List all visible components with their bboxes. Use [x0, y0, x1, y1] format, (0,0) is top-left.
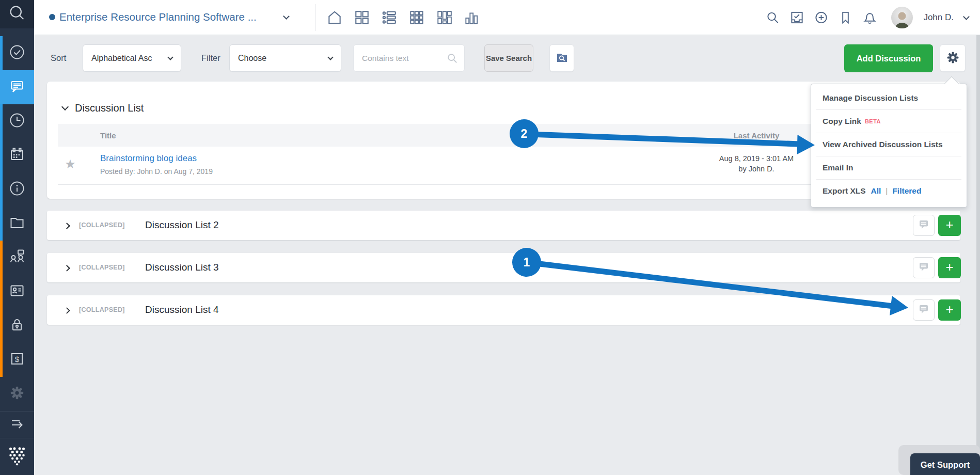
sidebar-item-time[interactable] [0, 104, 34, 138]
sidebar-item-billing[interactable]: $ [0, 343, 34, 377]
team-chat-icon [9, 248, 25, 267]
get-support-button[interactable]: Get Support [910, 453, 980, 475]
kanban-view-button[interactable] [436, 9, 452, 26]
discussion-link[interactable]: Brainstorming blog ideas [100, 153, 197, 164]
save-search-button[interactable]: Save Search [484, 44, 533, 72]
app-logo[interactable] [0, 438, 34, 475]
workspace-status-dot [49, 14, 55, 20]
sidebar: $ [0, 0, 34, 475]
sort-select[interactable]: Alphabetical Asc [83, 44, 181, 72]
collapsed-list-name[interactable]: Discussion List 3 [145, 262, 219, 273]
collapse-arrow-icon [9, 415, 25, 434]
menu-item-email-in[interactable]: Email In [811, 156, 967, 179]
top-header: Enterprise Resource Planning Software ..… [34, 0, 980, 35]
title-column-header: Title [58, 131, 116, 140]
collapsed-list-name[interactable]: Discussion List 2 [145, 219, 219, 231]
comment-icon [918, 303, 930, 317]
export-filtered-link[interactable]: Filtered [892, 186, 921, 196]
gear-menu-button[interactable] [940, 44, 966, 72]
gear-icon [946, 51, 960, 66]
chevron-right-icon[interactable] [64, 223, 70, 229]
dollar-square-icon: $ [9, 351, 25, 369]
view-discussions-button[interactable] [913, 215, 935, 236]
bookmark-button[interactable] [839, 11, 852, 25]
calendar-icon [9, 146, 25, 165]
chevron-right-icon[interactable] [64, 265, 70, 272]
home-view-button[interactable] [326, 9, 343, 26]
folder-search-icon [555, 51, 568, 66]
annotation-step-1-badge: 1 [512, 248, 541, 277]
header-divider [315, 4, 315, 31]
check-circle-icon [9, 44, 25, 62]
menu-item-view-archived-discussion-lists[interactable]: View Archived Discussion Lists [811, 133, 967, 156]
menu-item-export-xls: Export XLS All | Filtered [811, 180, 967, 202]
scrollbar[interactable] [976, 35, 980, 475]
view-discussions-button[interactable] [913, 257, 935, 278]
discussion-bubble-icon [9, 78, 25, 97]
chevron-right-icon[interactable] [64, 307, 70, 314]
header-actions: John D. [766, 0, 969, 35]
sidebar-item-settings[interactable] [0, 377, 34, 411]
sort-select-value: Alphabetical Asc [91, 54, 152, 63]
add-discussion-button[interactable]: Add Discussion [844, 44, 933, 72]
chevron-down-icon [327, 54, 333, 60]
contains-text-input[interactable] [353, 44, 465, 72]
sidebar-item-files[interactable] [0, 207, 34, 241]
star-icon[interactable]: ★ [62, 156, 78, 172]
user-avatar[interactable] [891, 7, 913, 28]
global-search-button[interactable] [766, 11, 780, 25]
separator: | [886, 186, 888, 196]
sidebar-item-discussions[interactable] [0, 70, 34, 104]
folder-icon [9, 214, 25, 233]
workspace-chevron-down-icon[interactable] [283, 13, 290, 20]
menu-item-label: Export XLS [823, 186, 866, 196]
view-discussions-button[interactable] [913, 299, 935, 321]
app-window: $ Enterprise Resource Planning Software … [0, 0, 980, 475]
add-discussion-to-list-button[interactable]: + [938, 257, 961, 278]
sidebar-item-info[interactable] [0, 172, 34, 207]
comment-icon [918, 261, 930, 275]
collapsed-tag: [COLLAPSED] [79, 306, 125, 313]
task-inbox-button[interactable] [790, 11, 804, 25]
filter-select-value: Choose [238, 54, 266, 63]
grid-view-button[interactable] [354, 9, 370, 26]
svg-text:$: $ [15, 355, 20, 363]
sidebar-item-contacts[interactable] [0, 275, 34, 309]
posted-by-text: Posted By: John D. on Aug 7, 2019 [100, 167, 213, 176]
sort-label: Sort [51, 53, 66, 63]
quick-add-button[interactable] [814, 11, 828, 25]
export-all-link[interactable]: All [871, 186, 881, 196]
menu-item-label: Copy Link [823, 117, 861, 126]
sidebar-search-button[interactable] [0, 0, 34, 28]
beta-badge: BETA [865, 118, 881, 124]
notifications-bell-button[interactable] [863, 11, 877, 25]
sidebar-item-security[interactable] [0, 309, 34, 343]
sidebar-item-calendar[interactable] [0, 138, 34, 172]
collapsed-list-name[interactable]: Discussion List 4 [145, 304, 219, 315]
gear-icon [9, 385, 25, 403]
filter-select[interactable]: Choose [229, 44, 341, 72]
section-title: Discussion List [75, 102, 144, 114]
menu-item-manage-discussion-lists[interactable]: Manage Discussion Lists [811, 87, 967, 109]
section-collapse-toggle[interactable]: Discussion List [62, 102, 144, 114]
chevron-down-icon [61, 103, 69, 110]
chart-view-button[interactable] [463, 9, 480, 26]
menu-item-copy-link[interactable]: Copy Link BETA [811, 110, 967, 133]
search-icon [8, 4, 26, 25]
info-circle-icon [9, 180, 25, 199]
add-discussion-to-list-button[interactable]: + [938, 299, 961, 321]
saved-searches-button[interactable] [549, 44, 574, 72]
filter-label: Filter [201, 53, 220, 63]
small-grid-view-button[interactable] [408, 9, 425, 26]
chevron-down-icon [167, 54, 173, 60]
collapsed-list-bar: [COLLAPSED] Discussion List 4 + [47, 295, 960, 325]
annotation-step-2-badge: 2 [510, 119, 539, 148]
add-discussion-to-list-button[interactable]: + [938, 215, 961, 236]
user-chevron-down-icon[interactable] [963, 13, 970, 20]
sidebar-collapse-button[interactable] [0, 411, 34, 437]
list-view-button[interactable] [381, 9, 398, 26]
workzone-logo-icon [7, 446, 27, 468]
user-menu[interactable]: John D. [923, 12, 954, 23]
sidebar-item-collaboration[interactable] [0, 241, 34, 275]
sidebar-item-tasks[interactable] [0, 36, 34, 70]
